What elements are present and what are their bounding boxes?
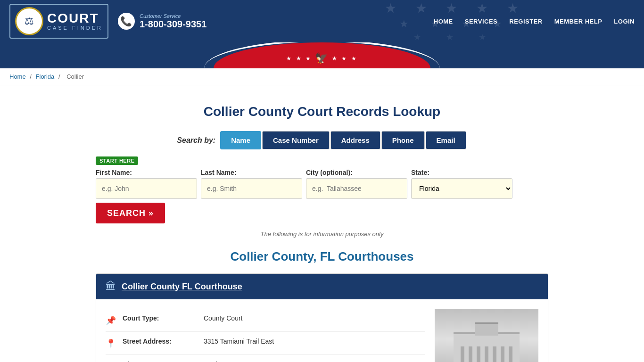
eagle-banner: ★ ★ ★ 🦅 ★ ★ ★ (286, 52, 357, 65)
courthouse-card: 🏛 Collier County FL Courthouse 📌 Court T… (96, 273, 548, 362)
nav-home[interactable]: HOME (434, 18, 453, 25)
courthouse-name[interactable]: Collier County FL Courthouse (122, 282, 242, 292)
detail-row-type: 📌 Court Type: County Court (106, 309, 425, 332)
header: ★ ★ ★ ★ ★ ★ ★ ★ ★ ★ ★ ★ ⚖ COURT CASE FIN… (0, 0, 644, 42)
detail-row-address: 📍 Street Address: 3315 Tamiami Trail Eas… (106, 332, 425, 355)
address-icon: 📍 (106, 338, 117, 349)
courthouse-image: 🌴 (435, 309, 538, 362)
breadcrumb-current: Collier (66, 73, 84, 80)
cs-text: Customer Service 1-800-309-9351 (140, 13, 206, 30)
start-here-badge: START HERE (96, 156, 548, 169)
search-by-label: Search by: (177, 136, 215, 145)
search-form: First Name: Last Name: City (optional): … (96, 169, 548, 223)
court-type-value: County Court (204, 314, 242, 322)
search-by-row: Search by: Name Case Number Address Phon… (96, 131, 548, 149)
first-name-label: First Name: (96, 169, 197, 176)
tab-name[interactable]: Name (220, 131, 261, 149)
phone-icon: 📞 (118, 13, 135, 30)
cs-label: Customer Service (140, 13, 206, 19)
courthouse-details: 📌 Court Type: County Court 📍 Street Addr… (106, 309, 425, 362)
search-button[interactable]: SEARCH » (96, 203, 165, 223)
main-nav: HOME SERVICES REGISTER MEMBER HELP LOGIN (434, 18, 635, 25)
nav-login[interactable]: LOGIN (614, 18, 635, 25)
eagle-stars-left: ★ ★ ★ (286, 55, 312, 62)
logo-text: COURT CASE FINDER (47, 12, 103, 31)
start-here-label: START HERE (96, 156, 138, 165)
street-address-label: Street Address: (123, 337, 198, 345)
first-name-input[interactable] (96, 178, 197, 199)
breadcrumb-home[interactable]: Home (9, 73, 26, 80)
logo[interactable]: ⚖ COURT CASE FINDER (9, 4, 108, 39)
customer-service: 📞 Customer Service 1-800-309-9351 (118, 13, 206, 30)
courthouse-body: 📌 Court Type: County Court 📍 Street Addr… (96, 299, 548, 362)
breadcrumb-florida[interactable]: Florida (36, 73, 55, 80)
header-left: ⚖ COURT CASE FINDER 📞 Customer Service 1… (9, 4, 206, 39)
state-group: State: Florida Alabama Georgia Texas Cal… (411, 169, 512, 199)
nav-member-help[interactable]: MEMBER HELP (554, 18, 603, 25)
courthouse-header: 🏛 Collier County FL Courthouse (96, 274, 548, 299)
tab-phone[interactable]: Phone (381, 131, 425, 149)
street-address-value: 3315 Tamiami Trail East (204, 337, 274, 345)
city-label: City (optional): (306, 169, 407, 176)
last-name-group: Last Name: (201, 169, 302, 199)
eagle-stars-right: ★ ★ ★ (332, 55, 358, 62)
state-select[interactable]: Florida Alabama Georgia Texas California (411, 178, 512, 199)
page-title: Collier County Court Records Lookup (96, 104, 548, 119)
info-note: The following is for information purpose… (96, 230, 548, 238)
tab-address[interactable]: Address (330, 131, 380, 149)
court-type-icon: 📌 (106, 315, 117, 326)
logo-case-finder-label: CASE FINDER (47, 25, 103, 31)
cs-phone: 1-800-309-9351 (140, 19, 206, 30)
nav-register[interactable]: REGISTER (509, 18, 542, 25)
last-name-label: Last Name: (201, 169, 302, 176)
breadcrumb-sep2: / (58, 73, 60, 80)
city-group: City (optional): (306, 169, 407, 199)
detail-row-city: 🏙 City: Naples (106, 355, 425, 362)
first-name-group: First Name: (96, 169, 197, 199)
last-name-input[interactable] (201, 178, 302, 199)
court-type-label: Court Type: (123, 314, 198, 322)
tab-email[interactable]: Email (426, 131, 466, 149)
breadcrumb-sep1: / (30, 73, 32, 80)
logo-court-label: COURT (47, 12, 103, 25)
courthouses-title: Collier County, FL Courthouses (96, 249, 548, 264)
logo-badge-icon: ⚖ (15, 7, 43, 35)
tab-case-number[interactable]: Case Number (262, 131, 330, 149)
nav-services[interactable]: SERVICES (465, 18, 498, 25)
city-input[interactable] (306, 178, 407, 199)
courthouse-icon: 🏛 (106, 280, 116, 293)
breadcrumb: Home / Florida / Collier (0, 68, 644, 85)
main-content: Collier County Court Records Lookup Sear… (86, 85, 558, 362)
state-label: State: (411, 169, 512, 176)
eagle-icon: 🦅 (315, 52, 329, 65)
arch-banner: ★ ★ ★ 🦅 ★ ★ ★ (0, 42, 644, 68)
